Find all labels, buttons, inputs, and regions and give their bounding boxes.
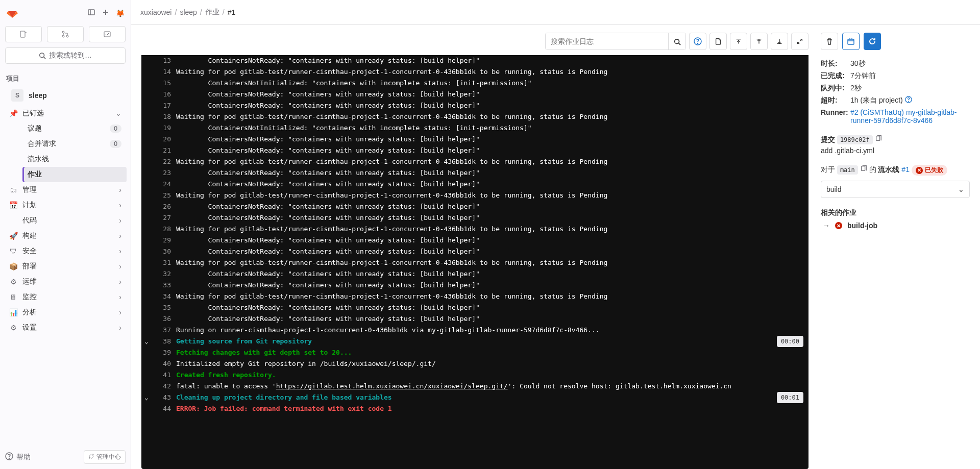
svg-rect-31 — [861, 166, 865, 171]
log-line: 18Waiting for pod gitlab-test/runner-cis… — [141, 111, 808, 122]
scroll-bottom-top-button[interactable] — [750, 33, 768, 50]
log-line: 25Waiting for pod gitlab-test/runner-cis… — [141, 190, 808, 201]
info-icon[interactable] — [905, 96, 912, 105]
pipeline-status-badge: ✕已失败 — [912, 165, 947, 176]
issue-nav-button[interactable] — [5, 26, 42, 42]
help-icon — [5, 452, 13, 462]
svg-point-7 — [62, 35, 64, 37]
job-log-help-button[interactable] — [689, 33, 706, 50]
job-log-search-input[interactable] — [546, 33, 668, 50]
log-line: 42fatal: unable to access 'https://gitla… — [141, 381, 808, 392]
retry-job-button[interactable] — [864, 33, 881, 50]
nav-item-部署[interactable]: 📦部署› — [4, 259, 127, 274]
nav-item-运维[interactable]: ⚙运维› — [4, 274, 127, 289]
nav-item-计划[interactable]: 📅计划› — [4, 198, 127, 213]
log-line: 37Running on runner-cismthau-project-1-c… — [141, 325, 808, 336]
panel-left-icon[interactable] — [87, 8, 95, 18]
global-search-button[interactable]: 搜索或转到… — [5, 47, 126, 64]
log-line: 35 ContainersNotReady: "containers with … — [141, 302, 808, 313]
pinned-item-作业[interactable]: 作业 — [22, 167, 127, 182]
runner-link[interactable]: #2 (CiSMThaUq) my-gitlab-gitlab-runner-5… — [850, 108, 970, 125]
chevron-down-icon: ⌄ — [115, 109, 121, 117]
job-log-toolbar — [141, 28, 808, 55]
pipeline-link[interactable]: #1 — [901, 165, 910, 174]
chevron-right-icon: › — [119, 232, 121, 240]
fullscreen-button[interactable] — [791, 33, 808, 50]
scroll-top-button[interactable] — [730, 33, 747, 50]
project-item[interactable]: S sleep — [4, 85, 127, 106]
raw-log-button[interactable] — [709, 33, 727, 50]
log-line: 39Fetching changes with git depth set to… — [141, 347, 808, 358]
nav-icon: ⚙ — [9, 324, 17, 332]
pinned-item-合并请求[interactable]: 合并请求0 — [22, 136, 127, 152]
todo-nav-button[interactable] — [89, 26, 126, 42]
pinned-item-议题[interactable]: 议题0 — [22, 121, 127, 136]
avatar-icon[interactable]: 🦊 — [116, 9, 125, 17]
admin-area-button[interactable]: 管理中心 — [84, 450, 126, 464]
commit-sha[interactable]: 1989c02f — [837, 135, 873, 144]
nav-icon: ⚙ — [9, 278, 17, 286]
collapse-toggle[interactable]: ⌄ — [141, 392, 152, 403]
log-line: 22Waiting for pod gitlab-test/runner-cis… — [141, 156, 808, 167]
erase-job-log-button[interactable] — [821, 33, 838, 50]
admin-icon — [88, 453, 94, 461]
nav-item-监控[interactable]: 🖥监控› — [4, 289, 127, 305]
search-submit-button[interactable] — [668, 33, 685, 50]
svg-point-6 — [62, 31, 64, 33]
collapse-toggle[interactable]: ⌄ — [141, 336, 152, 347]
breadcrumb-owner[interactable]: xuxiaowei — [140, 8, 172, 16]
svg-point-13 — [9, 458, 10, 459]
nav-icon: 🗂 — [9, 186, 17, 194]
copy-icon[interactable] — [875, 135, 882, 143]
log-line: 31Waiting for pod gitlab-test/runner-cis… — [141, 257, 808, 268]
section-duration: 00:01 — [777, 392, 803, 403]
nav-item-代码[interactable]: 代码› — [4, 213, 127, 228]
stage-dropdown[interactable]: build ⌄ — [821, 181, 970, 198]
breadcrumb-jobs[interactable]: 作业 — [205, 8, 219, 17]
job-status-failed-icon: ✕ — [835, 222, 842, 229]
chevron-right-icon: › — [119, 278, 121, 286]
cancel-job-button[interactable] — [842, 33, 860, 50]
copy-branch-icon[interactable] — [860, 165, 867, 174]
svg-rect-30 — [876, 136, 879, 141]
log-line: 17 ContainersNotReady: "containers with … — [141, 100, 808, 111]
pinned-section-header[interactable]: 📌 已钉选 ⌄ — [4, 106, 127, 121]
pin-icon: 📌 — [9, 109, 17, 117]
log-line: 23 ContainersNotReady: "containers with … — [141, 167, 808, 179]
commit-message: add .gitlab-ci.yml — [821, 146, 970, 155]
gitlab-logo-icon[interactable] — [6, 6, 18, 20]
pinned-item-流水线[interactable]: 流水线 — [22, 152, 127, 167]
related-job-item[interactable]: → ✕ build-job — [821, 217, 970, 234]
breadcrumb-project[interactable]: sleep — [180, 8, 197, 16]
scroll-bottom-button[interactable] — [771, 33, 788, 50]
nav-icon: 🛡 — [9, 247, 17, 255]
log-line: 26 ContainersNotReady: "containers with … — [141, 201, 808, 212]
log-line: 28Waiting for pod gitlab-test/runner-cis… — [141, 224, 808, 235]
chevron-right-icon: › — [119, 186, 121, 194]
nav-item-构建[interactable]: 🚀构建› — [4, 228, 127, 243]
nav-item-分析[interactable]: 📊分析› — [4, 305, 127, 320]
nav-icon: 📦 — [9, 262, 17, 270]
job-log[interactable]: 13 ContainersNotReady: "containers with … — [141, 55, 808, 469]
nav-icon: 📅 — [9, 201, 17, 209]
log-line: 20 ContainersNotReady: "containers with … — [141, 134, 808, 145]
project-heading: 项目 — [0, 70, 131, 85]
chevron-down-icon: ⌄ — [958, 185, 964, 193]
nav-item-管理[interactable]: 🗂管理› — [4, 182, 127, 198]
svg-rect-9 — [104, 32, 110, 37]
breadcrumb: xuxiaowei/ sleep/ 作业/ #1 — [131, 0, 980, 24]
mr-nav-button[interactable] — [47, 26, 84, 42]
job-details-sidebar: 时长:30秒 已完成:7分钟前 队列中:2秒 超时:1h (来自 project… — [819, 28, 972, 469]
project-name: sleep — [29, 91, 47, 100]
log-line: 44ERROR: Job failed: command terminated … — [141, 403, 808, 414]
log-line: 41Created fresh repository. — [141, 369, 808, 381]
help-link[interactable]: 帮助 — [5, 452, 31, 462]
branch-name[interactable]: main — [837, 165, 858, 175]
plus-icon[interactable] — [102, 8, 110, 18]
section-duration: 00:00 — [777, 336, 803, 347]
nav-item-安全[interactable]: 🛡安全› — [4, 243, 127, 259]
nav-icon: 📊 — [9, 308, 17, 316]
nav-item-设置[interactable]: ⚙设置› — [4, 320, 127, 335]
svg-point-14 — [674, 39, 679, 44]
global-search-placeholder: 搜索或转到… — [49, 51, 92, 60]
